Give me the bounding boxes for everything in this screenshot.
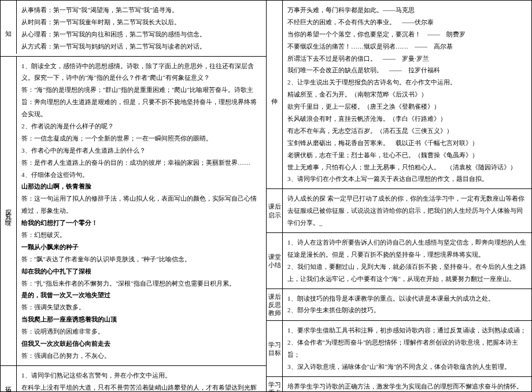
row-tanjiu: 探究品味 1、朗读全文，感悟诗中的思想感情。诗歌，除了字面上的意思外，往往还有深… (1, 57, 266, 366)
poem: 欲穷千里目，更上一层楼。（唐王之涣《登鹳雀楼》） (287, 101, 527, 113)
label-zhongdian: 学习重点 (267, 377, 283, 392)
zhi-line: 从事情看：第一节写"我"渴望海，第二节写"我"追寻海。 (21, 4, 261, 16)
b5: 是的，我曾一次又一次地失望过 (21, 289, 261, 301)
poem: 有志不在年高，无志空活百岁。（清石玉昆《三侠五义》） (287, 125, 527, 137)
quote: 所谓活下去不过是弱者的借口。 —— 罗曼·罗兰 (287, 53, 527, 65)
b6: 当我爬上那一座座诱惑着我的山顶 (21, 313, 261, 326)
b5a: 答：强调失望次数多。 (21, 301, 261, 313)
label-fansi: 课后反思教师 (267, 289, 283, 321)
tuozhan-line: 1、请同学们熟记这些名言警句，并在小作文中运用。 (21, 369, 261, 382)
row-shen: 伸 万事开头难，每门科学都是如此。——马克思 不经巨大的困难，不会有伟大的事业。… (267, 1, 531, 189)
b2: 给我的幻想打了一个零分！ (21, 217, 261, 229)
label-tuozhan: 拓展延 (1, 366, 17, 392)
row-mubiao: 学习目标 1、要求学生借助工具书和注释，初步感知诗歌内容；通过反复诵读，达到熟读… (267, 321, 531, 377)
quote: 不要慨叹生活的痛苦！……慨叹是弱者…… —— 高尔基 (287, 40, 527, 53)
content-qishi: 诗人成长的探 索一定早已打动了成长的你，你的生活学习中，一定有无数座山等着你去征… (283, 189, 531, 232)
poem: 宝剑锋从磨砺出，梅花香自苦寒来。 载以正书《千幅七言对联》） (287, 137, 527, 149)
b1: 山那边的山啊，铁青着脸 (21, 180, 261, 193)
q3a: 答：是作者人生道路上的奋斗的目的：成功的彼岸；幸福的家园；美丽新世界…… (21, 157, 261, 169)
qishi-text: 诗人成长的探 索一定早已打动了成长的你，你的生活学习中，一定有无数座山等着你去征… (287, 193, 527, 229)
q4: 4、仔细体会这些诗句。 (21, 169, 261, 181)
zhi-line: 从时间看：第一节写我童年时期，第二节写我长大以后。 (21, 16, 261, 28)
b4a: 答："扎"指后来作者的不懈努力。"深根"指自己理想的树立也需要日积月累。 (21, 278, 261, 290)
row-tuozhan: 拓展延 1、请同学们熟记这些名言警句，并在小作文中运用。 在科学上没有平坦的大道… (1, 366, 266, 392)
poem: 世上无难事，只怕有心人；世上无易事，只怕粗心人。 （清袁枚《随园诗话》） (287, 161, 527, 173)
b1a: 答：这一句运用了拟人的修辞手法，将山拟人化，表面写山的颜色，实际写自己心情难过，… (21, 193, 261, 217)
label-zhi: 知 (1, 1, 17, 54)
q2a: 答：一信念凝成的海；一个全新的世界；一在一瞬间照亮你的眼睛。 (21, 132, 261, 145)
b3a: 答："飘"表达了作者童年的认识毕竟肤浅，"种子"比喻信念。 (21, 253, 261, 265)
b4: 却在我的心中扎下了深根 (21, 265, 261, 278)
row-zhongdian: 学习重点 培养学生学习诗歌的正确方法，激发学生为实现自己的理想而不懈追求奋斗的情… (267, 377, 531, 392)
b3: 一颗从小飘来的种子 (21, 241, 261, 253)
content-shen: 万事开头难，每门科学都是如此。——马克思 不经巨大的困难，不会有伟大的事业。 —… (283, 1, 531, 188)
poem: 老骥伏枥，志在千里；烈士暮年，壮心不已。（魏曹操《龟虽寿》） (287, 149, 527, 161)
b2a: 答：幻想破灭。 (21, 229, 261, 241)
content-zhongdian: 培养学生学习诗歌的正确方法，激发学生为实现自己的理想而不懈追求奋斗的情怀。 (283, 377, 531, 392)
q1: 1、朗读全文，感悟诗中的思想感情。诗歌，除了字面上的意思外，往往还有深层含义。探… (21, 60, 261, 84)
q2: 2、作者说的海是什么样子的呢？ (21, 120, 261, 132)
row-fansi: 课后反思教师 1、朗读技巧的指导是本课教学的重点。以读代讲是本课最大的成功之处。… (267, 289, 531, 321)
content-tanjiu: 1、朗读全文，感悟诗中的思想感情。诗歌，除了字面上的意思外，往往还有深层含义。探… (17, 57, 266, 365)
label-xiaojie: 课堂小结 (267, 233, 283, 289)
right-column: 伸 万事开头难，每门科学都是如此。——马克思 不经巨大的困难，不会有伟大的事业。… (266, 0, 532, 392)
fansi-line: 2、部分学生未抓住朗读的技巧。 (287, 304, 527, 316)
poem: 长风破浪会有时，直挂云帆济沧海。（李白《行路难》） (287, 113, 527, 125)
mubiao-line: 3、深入诗歌意境，涵咏体会"山"和"海"的不同含义，体会诗歌蕴含的人生哲理。 (287, 361, 527, 373)
zhi-line: 从方式看：第一节写我与妈妈的对话，第二节写我与读者的对话。 (21, 40, 261, 53)
left-column: 知 从事情看：第一节写"我"渴望海，第二节写"我"追寻海。 从时间看：第一节写我… (0, 0, 266, 392)
content-fansi: 1、朗读技巧的指导是本课教学的重点。以读代讲是本课最大的成功之处。 2、部分学生… (283, 289, 531, 321)
content-mubiao: 1、要求学生借助工具书和注释，初步感知诗歌内容；通过反复诵读，达到熟读成诵； 2… (283, 321, 531, 376)
row-zhi: 知 从事情看：第一节写"我"渴望海，第二节写"我"追寻海。 从时间看：第一节写我… (1, 1, 266, 57)
poem: 精诚所至，金石为开。（南朝宋范晔《后汉书》） (287, 88, 527, 101)
b7a: 答：强调自己的努力，不灰心。 (21, 350, 261, 362)
xiaojie-line: 1、诗人在这首诗中所要告诉人们的诗自己的人生感悟与坚定信念，即奔向理想的人生征途… (287, 236, 527, 261)
b6a: 答：说明遇到的困难非常多。 (21, 326, 261, 338)
quote: 当你的希望一个个落空，你也要坚定，要沉着！ —— 朗费罗 (287, 28, 527, 40)
label-tanjiu: 探究品味 (1, 57, 17, 365)
row-qishi: 课后启示 诗人成长的探 索一定早已打动了成长的你，你的生活学习中，一定有无数座山… (267, 189, 531, 233)
q1a: 答："海"指的是理想的境界；"群山"指的是重重困难；"爬山"比喻艰苦奋斗。诗歌主… (21, 84, 261, 120)
page-root: 知 从事情看：第一节写"我"渴望海，第二节写"我"追寻海。 从时间看：第一节写我… (0, 0, 532, 392)
tuozhan-line: 在科学上没有平坦的大道，只有不畏劳苦沿着陡峭山路攀登的人，才有希望达到光辉的顶点… (21, 382, 261, 392)
task2: 2、让学生说出关于理想报负的古诗名句。在小作文中运用。 (287, 76, 527, 88)
mubiao-line: 1、要求学生借助工具书和注释，初步感知诗歌内容；通过反复诵读，达到熟读成诵； (287, 324, 527, 336)
q3: 3、作者心中的海是作者人生道路上的什么？ (21, 145, 261, 157)
quote: 万事开头难，每门科学都是如此。——马克思 (287, 4, 527, 16)
xiaojie-line: 2、我们知道，要翻过山，见到大海，就必须百折不挠，坚持奋斗。在今后的人生之路上，… (287, 261, 527, 285)
label-mubiao: 学习目标 (267, 321, 283, 376)
content-zhi: 从事情看：第一节写"我"渴望海，第二节写"我"追寻海。 从时间看：第一节写我童年… (17, 1, 266, 56)
b7: 但我又一次次鼓起信心向前走去 (21, 340, 110, 347)
label-qishi: 课后启示 (267, 189, 283, 232)
mubiao-line: 2、体会作者"为理想而奋斗"的思想情怀；理解作者所创设的诗歌意境，把握本诗主旨； (287, 336, 527, 361)
task3: 3、请同学们在小作文本上写一篇关于表达自己理想的作文，题目自拟。 (287, 173, 527, 185)
zhi-line: 从心理看：第一节写我的向往和困惑，第二节写我的感悟与信念。 (21, 28, 261, 40)
row-xiaojie: 课堂小结 1、诗人在这首诗中所要告诉人们的诗自己的人生感悟与坚定信念，即奔向理想… (267, 233, 531, 289)
quote: 我们唯一不会改正的缺点是软弱。 —— 拉罗什福科 (287, 64, 527, 76)
quote: 不经巨大的困难，不会有伟大的事业。 ——伏尔泰 (287, 16, 527, 28)
content-tuozhan: 1、请同学们熟记这些名言警句，并在小作文中运用。 在科学上没有平坦的大道，只有不… (17, 366, 266, 392)
zhongdian-text: 培养学生学习诗歌的正确方法，激发学生为实现自己的理想而不懈追求奋斗的情怀。 (287, 380, 527, 392)
label-shen: 伸 (267, 1, 283, 188)
content-xiaojie: 1、诗人在这首诗中所要告诉人们的诗自己的人生感悟与坚定信念，即奔向理想的人生征途… (283, 233, 531, 289)
fansi-line: 1、朗读技巧的指导是本课教学的重点。以读代讲是本课最大的成功之处。 (287, 293, 527, 305)
